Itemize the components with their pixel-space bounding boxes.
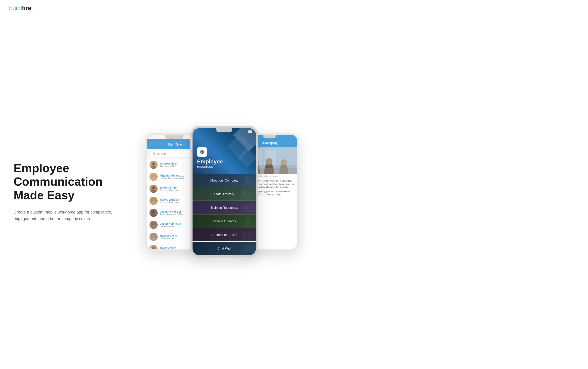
staff-info: Andrew Miller President / CEO xyxy=(160,162,178,168)
svg-point-12 xyxy=(152,234,155,237)
staff-name: Nicole Windsor xyxy=(160,198,179,201)
menu-line xyxy=(291,144,294,144)
avatar xyxy=(149,185,158,193)
phone-employee-resources: e Employee resources xyxy=(190,126,258,257)
svg-point-9 xyxy=(151,214,156,217)
logo-fire: fire xyxy=(22,5,31,11)
avatar xyxy=(149,245,158,249)
back-icon[interactable]: ‹ xyxy=(150,142,152,147)
staff-role: Account Executive xyxy=(160,201,179,204)
svg-point-2 xyxy=(152,174,155,177)
staff-info: Robert Kelly Staff xyxy=(160,246,176,249)
headline-line2: Made Easy xyxy=(14,189,75,202)
about-header-title: ur Company xyxy=(262,142,278,145)
staff-name: Mitsuha Miyamiz... xyxy=(160,174,186,177)
logo: buildfire xyxy=(9,5,31,12)
hamburger-icon[interactable] xyxy=(291,142,294,144)
staff-info: Jason Robinson HR Personnel xyxy=(160,222,181,228)
staff-info: Nicole Windsor Account Executive xyxy=(160,198,179,204)
company-logo-area: e Employee resources xyxy=(197,147,223,169)
staff-info: Mitsuha Miyamiz... Human Resource Mana..… xyxy=(160,174,186,180)
menu-item-connect[interactable]: Connect on Social xyxy=(192,228,256,242)
avatar xyxy=(149,221,158,229)
menu-dot xyxy=(248,132,252,133)
avatar xyxy=(149,173,158,181)
menu-item-news[interactable]: News & Updates xyxy=(192,215,256,228)
staff-name: Jasmine Nairobi xyxy=(160,210,183,213)
headline-line1: Employee Communication xyxy=(14,162,103,188)
header: buildfire xyxy=(0,0,588,16)
menu-item-label: Staff Directory xyxy=(214,192,234,196)
search-icon: 🔍 xyxy=(152,152,156,155)
staff-name: Andrew Miller xyxy=(160,162,178,165)
company-logo-icon: e xyxy=(197,147,207,157)
staff-role: Account Executive xyxy=(160,189,179,192)
hamburger-menu-icon[interactable] xyxy=(248,130,252,133)
main-container: Employee Communication Made Easy Create … xyxy=(0,16,588,367)
staff-name: Jason Robinson xyxy=(160,222,181,225)
diamond-shapes xyxy=(220,128,256,174)
avatar xyxy=(149,161,158,169)
headline: Employee Communication Made Easy xyxy=(14,162,136,202)
svg-point-13 xyxy=(151,237,156,241)
avatar xyxy=(149,197,158,205)
menu-item-label: News & Updates xyxy=(212,219,236,223)
staff-name: Rachel Davis xyxy=(160,234,177,237)
menu-dot xyxy=(248,131,252,132)
phone-notch-left xyxy=(165,135,183,139)
svg-point-0 xyxy=(152,162,155,165)
staff-info: Jasmine Nairobi Public Relations Officer xyxy=(160,210,183,216)
staff-role: Public Relations Officer xyxy=(160,213,183,216)
svg-point-7 xyxy=(151,202,156,205)
subtext: Create a custom mobile workforce app for… xyxy=(14,209,122,222)
svg-point-3 xyxy=(151,177,156,181)
menu-item-chat[interactable]: Chat Wall xyxy=(192,242,256,255)
company-title-sub: resources xyxy=(197,164,223,169)
staff-role: HR Personnel xyxy=(160,225,181,228)
menu-item-about[interactable]: About our Company xyxy=(192,174,256,187)
menu-line xyxy=(291,143,294,143)
logo-build: build xyxy=(9,5,22,11)
menu-dot xyxy=(248,130,252,131)
menu-line xyxy=(291,142,294,143)
company-title-large: Employee xyxy=(197,159,223,164)
phones-container: ‹ Staff Dire... 🔍 Search Andrew M xyxy=(145,122,574,262)
left-content: Employee Communication Made Easy Create … xyxy=(14,162,145,222)
menu-item-label: Connect on Social xyxy=(211,233,237,237)
svg-point-6 xyxy=(152,198,155,202)
menu-item-label: Chat Wall xyxy=(218,246,231,250)
svg-point-1 xyxy=(151,165,156,169)
svg-point-11 xyxy=(151,226,156,229)
staff-name: Robert Kelly xyxy=(160,246,176,249)
staff-info: Rachel Davis HR Personnel xyxy=(160,234,177,240)
phone-notch-center xyxy=(216,128,232,132)
menu-item-label: Training Resources xyxy=(211,206,238,209)
search-placeholder: Search xyxy=(157,152,166,155)
menu-item-staff[interactable]: Staff Directory xyxy=(192,187,256,201)
employee-resources-header: e Employee resources xyxy=(192,128,256,174)
staff-role: President / CEO xyxy=(160,165,178,168)
staff-role: HR Personnel xyxy=(160,237,177,240)
svg-point-14 xyxy=(152,246,155,249)
avatar xyxy=(149,209,158,217)
svg-point-4 xyxy=(152,186,155,189)
avatar xyxy=(149,233,158,241)
staff-info: Warren Smith Account Executive xyxy=(160,186,179,192)
svg-point-8 xyxy=(152,210,155,214)
phone-center-inner: e Employee resources xyxy=(192,128,256,255)
svg-point-10 xyxy=(152,222,155,226)
phone-center-menu: About our Company Staff Directory xyxy=(192,174,256,255)
staff-role: Human Resource Mana... xyxy=(160,177,186,180)
phone-notch-right xyxy=(263,135,276,138)
menu-item-label: About our Company xyxy=(210,179,239,182)
staff-name: Warren Smith xyxy=(160,186,179,189)
menu-item-training[interactable]: Training Resources xyxy=(192,201,256,215)
svg-point-5 xyxy=(151,189,156,193)
svg-text:e: e xyxy=(201,151,202,153)
